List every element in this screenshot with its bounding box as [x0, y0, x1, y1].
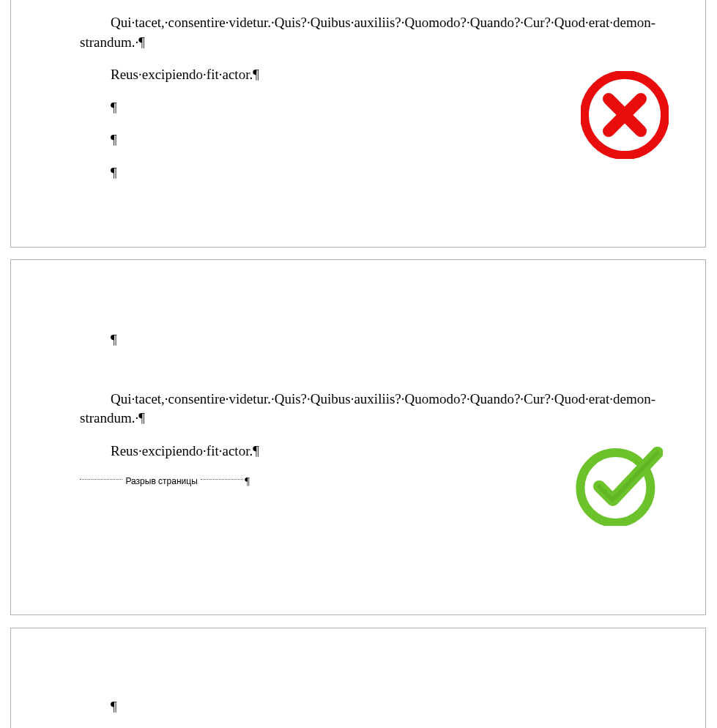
- page-1-content: Qui·tacet,·consentire·videtur.·Quis?·Qui…: [80, 13, 661, 196]
- page-3-content: ¶: [80, 697, 661, 728]
- page-break-indicator: Разрыв страницы ¶: [80, 474, 250, 489]
- pilcrow-mark: ¶: [111, 699, 117, 714]
- cross-circle-icon: [581, 71, 669, 159]
- wrong-badge: [581, 71, 669, 159]
- page-break-label: Разрыв страницы: [122, 475, 200, 488]
- paragraph-text: Reus·excipiendo·fit·actor.¶: [80, 442, 661, 461]
- pilcrow-mark: ¶: [111, 100, 117, 115]
- empty-paragraph: ¶: [111, 163, 661, 183]
- page-2-content: ¶ Qui·tacet,·consentire·videtur.·Quis?·Q…: [80, 330, 661, 489]
- empty-paragraph: ¶: [111, 330, 661, 350]
- document-viewport: Qui·tacet,·consentire·videtur.·Quis?·Qui…: [0, 0, 717, 728]
- page-3: ¶: [10, 628, 706, 728]
- pilcrow-mark: ¶: [111, 332, 117, 347]
- paragraph-1-text: Qui·tacet,·consentire·videtur.·Quis?·Qui…: [80, 391, 655, 426]
- paragraph-text: Qui·tacet,·consentire·videtur.·Quis?·Qui…: [80, 390, 661, 428]
- page-1: Qui·tacet,·consentire·videtur.·Quis?·Qui…: [10, 0, 706, 248]
- empty-paragraph: ¶: [111, 98, 661, 118]
- paragraph-1-text: Qui·tacet,·consentire·videtur.·Quis?·Qui…: [80, 15, 655, 50]
- paragraph-2-text: Reus·excipiendo·fit·actor.¶: [111, 67, 259, 82]
- paragraph-text: Qui·tacet,·consentire·videtur.·Quis?·Qui…: [80, 13, 661, 52]
- correct-badge: [575, 445, 663, 532]
- page-2: ¶ Qui·tacet,·consentire·videtur.·Quis?·Q…: [10, 259, 706, 615]
- check-circle-icon: [575, 445, 663, 526]
- pilcrow-mark: ¶: [111, 165, 117, 180]
- pilcrow-mark: ¶: [245, 474, 250, 489]
- empty-paragraph: ¶: [111, 697, 661, 717]
- paragraph-2-text: Reus·excipiendo·fit·actor.¶: [111, 443, 259, 458]
- paragraph-text: Reus·excipiendo·fit·actor.¶: [80, 65, 661, 85]
- page-break-dots-right: [201, 479, 243, 480]
- pilcrow-mark: ¶: [111, 132, 117, 147]
- page-break-dots-left: [80, 479, 122, 480]
- empty-paragraph: ¶: [111, 130, 661, 150]
